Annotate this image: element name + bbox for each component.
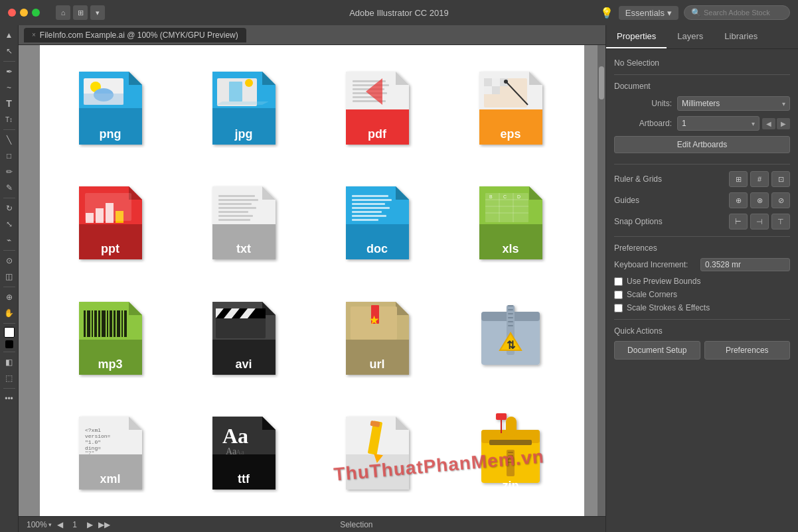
- touch-type-tool[interactable]: T↕: [2, 112, 17, 127]
- units-select[interactable]: Millimeters ▾: [677, 96, 790, 111]
- use-preview-bounds-checkbox[interactable]: [614, 277, 623, 286]
- svg-text:"1.0": "1.0": [85, 439, 101, 445]
- edit-artboards-button[interactable]: Edit Artboards: [614, 136, 790, 153]
- hand-tool[interactable]: ✋: [2, 306, 17, 320]
- tab-layers[interactable]: Layers: [667, 25, 714, 48]
- svg-rect-121: [508, 309, 513, 310]
- nav-prev-icon[interactable]: ◀: [57, 520, 63, 529]
- artboard-next-btn[interactable]: ▶: [777, 118, 790, 129]
- snap-icon-2[interactable]: ⊣: [750, 214, 769, 230]
- svg-rect-46: [85, 193, 131, 221]
- grid-icon-btn[interactable]: #: [750, 171, 769, 187]
- guides-icon-2[interactable]: ⊗: [750, 192, 769, 208]
- scale-corners-checkbox[interactable]: [614, 291, 623, 299]
- screen-mode[interactable]: ⬚: [2, 371, 17, 385]
- svg-rect-94: [114, 310, 116, 337]
- workspace-switcher-icon[interactable]: ⊞: [73, 5, 88, 20]
- svg-rect-65: [352, 207, 390, 209]
- pencil-tool[interactable]: ✎: [2, 180, 17, 195]
- search-icon: 🔍: [691, 8, 701, 17]
- page-indicator: 1: [68, 520, 82, 529]
- search-box[interactable]: 🔍 Search Adobe Stock: [684, 5, 790, 20]
- selection-label: Selection: [116, 520, 598, 529]
- svg-rect-88: [92, 310, 93, 337]
- warp-tool[interactable]: ⌁: [2, 233, 17, 247]
- divider-1: [614, 74, 790, 75]
- preferences-button[interactable]: Preferences: [704, 341, 791, 360]
- scale-strokes-checkbox[interactable]: [614, 304, 623, 312]
- svg-rect-64: [352, 203, 385, 205]
- svg-rect-51: [218, 195, 255, 197]
- selection-tool[interactable]: ▲: [2, 28, 17, 42]
- zoom-value[interactable]: 100%: [27, 520, 47, 529]
- nav-next-icon[interactable]: ▶: [87, 520, 93, 529]
- svg-rect-120: [508, 305, 513, 306]
- artboard-prev-btn[interactable]: ◀: [762, 118, 775, 129]
- scrollbar-thumb[interactable]: [599, 66, 604, 100]
- rectangle-tool[interactable]: □: [2, 149, 17, 163]
- png-file-icon: png: [76, 68, 149, 148]
- scale-tool[interactable]: ⤡: [2, 217, 17, 232]
- svg-marker-28: [529, 72, 542, 85]
- nav-end-icon[interactable]: ▶▶: [98, 520, 110, 529]
- essentials-button[interactable]: Essentials ▾: [619, 6, 678, 20]
- svg-text:Aa: Aa: [222, 424, 248, 448]
- svg-point-37: [504, 80, 508, 84]
- icon-cell-zip-final: zip: [445, 396, 579, 511]
- rulers-icon-btn[interactable]: ⊞: [729, 171, 748, 187]
- zoom-selector[interactable]: 100% ▾: [27, 520, 52, 529]
- icon-cell-xls: B C D xls: [445, 166, 579, 281]
- scrollbar-track[interactable]: [598, 45, 605, 516]
- canvas-scroll[interactable]: png: [19, 45, 605, 516]
- maximize-button[interactable]: [32, 9, 40, 17]
- guides-icon-3[interactable]: ⊘: [771, 192, 790, 208]
- draw-mode[interactable]: ◧: [2, 355, 17, 369]
- svg-rect-31: [484, 78, 492, 86]
- titlebar-right: 💡 Essentials ▾ 🔍 Search Adobe Stock: [600, 5, 790, 20]
- artboard-select[interactable]: 1 ▾: [677, 116, 759, 131]
- tab-properties[interactable]: Properties: [606, 25, 667, 48]
- svg-rect-67: [352, 215, 386, 217]
- tab-close-icon[interactable]: ×: [32, 31, 36, 38]
- curvature-tool[interactable]: ~: [2, 80, 17, 95]
- direct-selection-tool[interactable]: ↖: [2, 44, 17, 58]
- svg-marker-71: [529, 186, 542, 200]
- snap-icon-1[interactable]: ⊢: [729, 214, 748, 230]
- rotate-tool[interactable]: ↻: [2, 201, 17, 216]
- svg-text:ttf: ttf: [238, 472, 250, 486]
- svg-rect-20: [353, 84, 389, 86]
- document-setup-button[interactable]: Document Setup: [614, 341, 700, 360]
- lightbulb-icon[interactable]: 💡: [600, 7, 613, 19]
- svg-text:txt: txt: [236, 242, 251, 255]
- svg-marker-145: [396, 417, 409, 430]
- kb-increment-label: Keyboard Increment:: [614, 260, 700, 269]
- tab-libraries[interactable]: Libraries: [714, 25, 768, 48]
- pixel-grid-icon-btn[interactable]: ⊡: [771, 171, 790, 187]
- stroke-color[interactable]: [5, 340, 13, 348]
- chevron-down-icon[interactable]: ▾: [90, 5, 105, 20]
- xls-file-icon: B C D xls: [476, 183, 549, 263]
- svg-rect-62: [352, 195, 388, 197]
- paintbrush-tool[interactable]: ✏: [2, 165, 17, 179]
- gradient-tool[interactable]: ◫: [2, 269, 17, 284]
- eyedropper-tool[interactable]: ⊙: [2, 253, 17, 268]
- more-tools[interactable]: •••: [2, 391, 17, 406]
- svg-rect-156: [508, 455, 513, 456]
- svg-rect-89: [94, 310, 97, 337]
- svg-marker-49: [262, 186, 276, 200]
- close-button[interactable]: [8, 9, 16, 17]
- minimize-button[interactable]: [20, 9, 28, 17]
- home-icon[interactable]: ⌂: [56, 5, 70, 20]
- line-tool[interactable]: ╲: [2, 133, 17, 147]
- pen-tool[interactable]: ✒: [2, 64, 17, 79]
- svg-text:C: C: [503, 194, 507, 199]
- zoom-tool[interactable]: ⊕: [2, 290, 17, 304]
- guides-icon-1[interactable]: ⊕: [729, 192, 748, 208]
- document-tab[interactable]: × FileInfo.com Example.ai @ 100% (CMYK/G…: [24, 28, 246, 42]
- kb-increment-value[interactable]: 0.3528 mr: [700, 258, 790, 271]
- fill-color[interactable]: [4, 327, 15, 338]
- kb-increment-row: Keyboard Increment: 0.3528 mr: [614, 258, 790, 271]
- type-tool[interactable]: T: [2, 96, 17, 111]
- snap-icon-3[interactable]: ⊤: [771, 214, 790, 230]
- snap-options-row: Snap Options ⊢ ⊣ ⊤: [614, 214, 790, 230]
